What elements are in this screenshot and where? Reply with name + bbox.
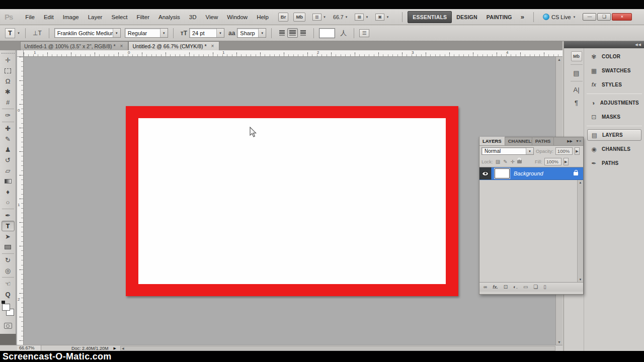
toggle-panels-button[interactable]: ☰ xyxy=(359,29,369,37)
ruler-origin-box[interactable] xyxy=(17,50,24,57)
close-button[interactable]: × xyxy=(612,13,632,21)
menu-file[interactable]: File xyxy=(21,13,39,21)
align-left-button[interactable] xyxy=(277,28,287,38)
crop-tool[interactable]: # xyxy=(2,97,15,108)
warp-text-button[interactable]: ⼈ xyxy=(340,29,347,38)
link-layers-icon[interactable]: ∞ xyxy=(484,285,487,290)
menu-select[interactable]: Select xyxy=(107,13,132,21)
lock-all-icon[interactable] xyxy=(517,160,522,163)
path-selection-tool[interactable]: ➤ xyxy=(2,231,15,242)
dock-collapse-header[interactable]: ◀◀ xyxy=(585,41,644,48)
tab-paths[interactable]: PATHS xyxy=(532,137,554,145)
character-panel-icon[interactable]: A| xyxy=(571,84,582,95)
lock-image-icon[interactable]: ✎ xyxy=(503,159,507,164)
close-tab-icon[interactable]: × xyxy=(210,43,216,49)
menu-window[interactable]: Window xyxy=(222,13,252,21)
anti-alias-select[interactable]: Sharp ▼ xyxy=(237,28,266,38)
font-size-select[interactable]: 24 pt ▼ xyxy=(189,28,224,38)
layer-name[interactable]: Background xyxy=(514,170,574,176)
panel-button-color[interactable]: ✾ COLOR xyxy=(587,51,641,62)
layer-style-icon[interactable]: fx. xyxy=(493,285,498,290)
panel-button-channels[interactable]: ◉ CHANNELS xyxy=(587,143,641,155)
launch-mini-bridge-button[interactable]: Mb xyxy=(293,13,305,22)
delete-layer-icon[interactable]: ▯ xyxy=(543,285,546,290)
lock-transparency-icon[interactable]: ▨ xyxy=(496,159,500,164)
guides-grid-button[interactable]: ▥ ▼ xyxy=(312,14,326,21)
lock-position-icon[interactable]: ✛ xyxy=(511,159,515,164)
workspace-essentials[interactable]: ESSENTIALS xyxy=(408,11,452,23)
font-family-select[interactable]: Franklin Gothic Medium ▼ xyxy=(54,28,121,38)
scroll-down-icon[interactable]: ▼ xyxy=(579,278,582,281)
status-menu-icon[interactable]: ▶ xyxy=(114,346,116,350)
cs-live-button[interactable]: CS Live ▼ xyxy=(543,14,576,20)
menu-view[interactable]: View xyxy=(201,13,223,21)
blur-tool[interactable]: ♦ xyxy=(2,187,15,197)
visibility-cell[interactable] xyxy=(479,167,492,179)
tab-channels[interactable]: CHANNELS xyxy=(505,137,532,145)
eraser-tool[interactable]: ▱ xyxy=(2,165,15,176)
zoom-tool[interactable]: Q xyxy=(2,289,15,300)
rectangle-tool[interactable] xyxy=(2,242,15,252)
fill-slider-icon[interactable]: ▶ xyxy=(564,158,569,165)
type-tool[interactable]: T xyxy=(2,221,15,231)
gradient-tool[interactable] xyxy=(2,176,15,187)
tab-untitled-1[interactable]: Untitled-1 @ 100% (3.5" x 2", RGB/8) * × xyxy=(20,41,128,50)
menu-analysis[interactable]: Analysis xyxy=(154,13,185,21)
move-tool[interactable]: ✛ xyxy=(2,55,15,65)
status-zoom-field[interactable]: 66.67% xyxy=(17,345,41,351)
brush-tool[interactable]: ✎ xyxy=(2,134,15,144)
menu-3d[interactable]: 3D xyxy=(185,13,201,21)
quick-selection-tool[interactable]: ✱ xyxy=(2,86,15,97)
tab-layers[interactable]: LAYERS xyxy=(479,137,505,145)
panel-button-swatches[interactable]: ▦ SWATCHES xyxy=(587,65,641,76)
rectangular-marquee-tool[interactable] xyxy=(2,65,15,76)
tab-untitled-2[interactable]: Untitled-2 @ 66.7% (CMYK/8) * × xyxy=(128,41,219,50)
document-horizontal-scrollbar[interactable]: ◀ xyxy=(120,346,555,351)
panel-button-layers[interactable]: ▤ LAYERS xyxy=(587,129,641,141)
canvas-white-area[interactable] xyxy=(138,118,446,284)
workspace-overflow-button[interactable]: » xyxy=(517,13,528,21)
eyedropper-tool[interactable]: ✑ xyxy=(2,110,15,121)
panel-button-styles[interactable]: fx STYLES xyxy=(587,79,641,90)
foreground-color-swatch[interactable] xyxy=(2,304,10,311)
color-swatch-control[interactable] xyxy=(2,302,15,319)
restore-button[interactable]: ❏ xyxy=(597,13,611,21)
arrange-documents-button[interactable]: ▦ ▼ xyxy=(355,14,368,21)
close-tab-icon[interactable]: × xyxy=(119,43,125,49)
adjustment-layer-icon[interactable]: ◐. xyxy=(513,285,518,290)
tool-preset-picker[interactable]: T ▼ xyxy=(5,28,20,38)
history-brush-tool[interactable]: ↺ xyxy=(2,155,15,165)
panel-button-masks[interactable]: ⊡ MASKS xyxy=(587,111,641,123)
hand-tool[interactable]: ☜ xyxy=(2,279,15,289)
dodge-tool[interactable]: ○ xyxy=(2,197,15,208)
align-right-button[interactable] xyxy=(298,28,308,38)
document-canvas[interactable] xyxy=(126,106,458,296)
layers-scrollbar[interactable]: ▲ ▼ xyxy=(577,180,583,282)
lasso-tool[interactable]: Ω xyxy=(2,76,15,86)
layer-row-background[interactable]: Background xyxy=(479,167,583,180)
menu-edit[interactable]: Edit xyxy=(39,13,58,21)
menu-image[interactable]: Image xyxy=(58,13,84,21)
scroll-down-icon[interactable]: ▼ xyxy=(557,340,561,344)
scroll-left-icon[interactable]: ◀ xyxy=(122,346,124,350)
panel-menu-icon[interactable]: ▼≡ xyxy=(576,139,581,143)
menu-layer[interactable]: Layer xyxy=(84,13,107,21)
text-color-swatch[interactable] xyxy=(319,28,335,38)
scroll-up-icon[interactable]: ▲ xyxy=(557,58,561,61)
3d-rotate-tool[interactable]: ↻ xyxy=(2,255,15,265)
mini-bridge-icon[interactable]: Mb xyxy=(571,51,582,61)
panel-button-paths[interactable]: ✒ PATHS xyxy=(587,157,641,169)
paragraph-panel-icon[interactable]: ¶ xyxy=(571,98,582,108)
blend-mode-select[interactable]: Normal ▼ xyxy=(481,147,534,155)
clone-stamp-tool[interactable]: ♟ xyxy=(2,144,15,155)
opacity-slider-icon[interactable]: ▶ xyxy=(575,147,580,155)
layers-list-area[interactable]: ▲ ▼ xyxy=(479,180,583,282)
workspace-design[interactable]: DESIGN xyxy=(452,12,481,23)
panel-button-adjustments[interactable]: ◑ ADJUSTMENTS xyxy=(587,97,641,109)
clone-source-icon[interactable]: ▤ xyxy=(571,68,582,78)
menu-help[interactable]: Help xyxy=(252,13,273,21)
new-group-icon[interactable]: ▭ xyxy=(523,285,528,290)
opacity-value[interactable]: 100% xyxy=(555,147,573,155)
fill-value[interactable]: 100% xyxy=(544,158,561,165)
align-center-button[interactable] xyxy=(287,28,298,38)
